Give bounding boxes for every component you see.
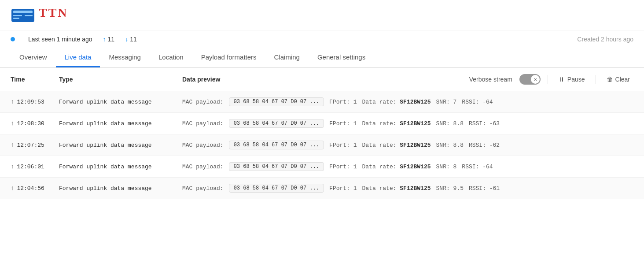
data-rate-label: Data rate: SF12BW125 xyxy=(362,120,431,127)
toolbar-divider xyxy=(548,75,548,84)
row-time-value: 12:08:30 xyxy=(17,120,44,127)
data-rate-label: Data rate: SF12BW125 xyxy=(362,185,431,192)
data-rate-label: Data rate: SF12BW125 xyxy=(362,142,431,149)
trash-icon: 🗑 xyxy=(607,76,613,83)
preview-label: MAC payload: xyxy=(182,99,224,105)
snr-label: SNR: 7 xyxy=(436,99,457,105)
svg-rect-3 xyxy=(13,18,19,19)
row-time: ↑ 12:06:01 xyxy=(11,163,59,170)
table-row[interactable]: ↑ 12:07:25 Forward uplink data message M… xyxy=(0,134,644,156)
row-time: ↑ 12:08:30 xyxy=(11,120,59,127)
row-type: Forward uplink data message xyxy=(59,99,182,105)
row-type: Forward uplink data message xyxy=(59,164,182,170)
data-rate-value: SF12BW125 xyxy=(400,120,431,127)
rssi-label: RSSI: -64 xyxy=(462,164,493,170)
rssi-label: RSSI: -64 xyxy=(462,99,493,105)
nav-tabs: Overview Live data Messaging Location Pa… xyxy=(0,48,644,68)
online-indicator xyxy=(11,37,15,41)
toolbar-controls: Verbose stream ✕ ⏸ Pause 🗑 Clear xyxy=(469,74,633,85)
data-table: ↑ 12:09:53 Forward uplink data message M… xyxy=(0,91,644,199)
preview-label: MAC payload: xyxy=(182,142,224,149)
svg-rect-1 xyxy=(13,11,33,13)
verbose-stream-label: Verbose stream xyxy=(469,76,512,83)
table-row[interactable]: ↑ 12:09:53 Forward uplink data message M… xyxy=(0,91,644,113)
row-time-value: 12:04:56 xyxy=(17,185,44,192)
row-preview: MAC payload: 03 68 58 04 67 07 D0 07 ...… xyxy=(182,97,633,106)
row-preview: MAC payload: 03 68 58 04 67 07 D0 07 ...… xyxy=(182,141,633,149)
downlink-arrow-icon: ↓ xyxy=(125,36,128,43)
last-seen-text: Last seen 1 minute ago xyxy=(28,36,92,43)
status-bar: Last seen 1 minute ago ↑ 11 ↓ 11 Created… xyxy=(0,30,644,48)
preview-label: MAC payload: xyxy=(182,164,224,170)
row-time-value: 12:09:53 xyxy=(17,99,44,105)
uplink-number: 11 xyxy=(108,36,115,43)
svg-rect-2 xyxy=(13,15,22,16)
tab-location[interactable]: Location xyxy=(150,48,192,67)
fport-info: FPort: 1 xyxy=(329,185,357,192)
uplink-row-arrow-icon: ↑ xyxy=(11,163,14,170)
rssi-label: RSSI: -61 xyxy=(469,185,500,192)
tab-claiming[interactable]: Claiming xyxy=(265,48,309,67)
row-preview: MAC payload: 03 68 58 04 67 07 D0 07 ...… xyxy=(182,162,633,171)
tab-live-data[interactable]: Live data xyxy=(56,48,100,67)
downlink-count: ↓ 11 xyxy=(125,36,137,43)
row-time: ↑ 12:07:25 xyxy=(11,141,59,149)
downlink-number: 11 xyxy=(130,36,137,43)
svg-rect-4 xyxy=(25,15,33,16)
payload-value: 03 68 58 04 67 07 D0 07 ... xyxy=(229,184,324,193)
toolbar-divider-2 xyxy=(596,75,596,84)
data-rate-value: SF12BW125 xyxy=(400,99,431,105)
created-time-text: Created 2 hours ago xyxy=(577,36,633,43)
payload-value: 03 68 58 04 67 07 D0 07 ... xyxy=(229,162,324,171)
clear-button[interactable]: 🗑 Clear xyxy=(603,74,633,85)
fport-info: FPort: 1 xyxy=(329,142,357,149)
tab-messaging[interactable]: Messaging xyxy=(100,48,150,67)
row-time: ↑ 12:04:56 xyxy=(11,185,59,192)
tab-overview[interactable]: Overview xyxy=(11,48,56,67)
rssi-label: RSSI: -63 xyxy=(469,120,500,127)
tab-payload-formatters[interactable]: Payload formatters xyxy=(192,48,265,67)
clear-label: Clear xyxy=(615,76,630,83)
uplink-row-arrow-icon: ↑ xyxy=(11,185,14,192)
preview-label: MAC payload: xyxy=(182,185,224,192)
row-type: Forward uplink data message xyxy=(59,120,182,127)
data-rate-value: SF12BW125 xyxy=(400,164,431,170)
fport-info: FPort: 1 xyxy=(329,164,357,170)
toggle-knob: ✕ xyxy=(531,75,540,84)
payload-value: 03 68 58 04 67 07 D0 07 ... xyxy=(229,97,324,106)
column-header-preview: Data preview xyxy=(182,76,469,83)
row-time-value: 12:06:01 xyxy=(17,164,44,170)
tab-general-settings[interactable]: General settings xyxy=(309,48,374,67)
snr-label: SNR: 9.5 xyxy=(436,185,464,192)
rssi-label: RSSI: -62 xyxy=(469,142,500,149)
table-row[interactable]: ↑ 12:06:01 Forward uplink data message M… xyxy=(0,156,644,178)
table-toolbar: Time Type Data preview Verbose stream ✕ … xyxy=(0,68,644,91)
column-header-time: Time xyxy=(11,76,59,83)
table-row[interactable]: ↑ 12:04:56 Forward uplink data message M… xyxy=(0,178,644,199)
logo-icon xyxy=(11,5,35,25)
data-rate-label: Data rate: SF12BW125 xyxy=(362,99,431,105)
data-rate-label: Data rate: SF12BW125 xyxy=(362,164,431,170)
uplink-row-arrow-icon: ↑ xyxy=(11,120,14,127)
snr-label: SNR: 8.8 xyxy=(436,120,464,127)
app-header: TTN xyxy=(0,0,644,30)
pause-icon: ⏸ xyxy=(559,76,565,83)
logo-text-graphic: TTN xyxy=(39,5,92,25)
data-rate-value: SF12BW125 xyxy=(400,185,431,192)
uplink-row-arrow-icon: ↑ xyxy=(11,141,14,149)
column-header-type: Type xyxy=(59,76,182,83)
payload-value: 03 68 58 04 67 07 D0 07 ... xyxy=(229,141,324,149)
fport-info: FPort: 1 xyxy=(329,99,357,105)
snr-label: SNR: 8 xyxy=(436,164,457,170)
table-row[interactable]: ↑ 12:08:30 Forward uplink data message M… xyxy=(0,113,644,134)
row-time: ↑ 12:09:53 xyxy=(11,98,59,105)
logo-area: TTN xyxy=(11,5,92,25)
uplink-row-arrow-icon: ↑ xyxy=(11,98,14,105)
verbose-stream-toggle[interactable]: ✕ xyxy=(519,74,541,85)
fport-info: FPort: 1 xyxy=(329,120,357,127)
snr-label: SNR: 8.8 xyxy=(436,142,464,149)
pause-button[interactable]: ⏸ Pause xyxy=(555,74,589,85)
row-preview: MAC payload: 03 68 58 04 67 07 D0 07 ...… xyxy=(182,184,633,193)
row-type: Forward uplink data message xyxy=(59,142,182,149)
uplink-count: ↑ 11 xyxy=(103,36,115,43)
